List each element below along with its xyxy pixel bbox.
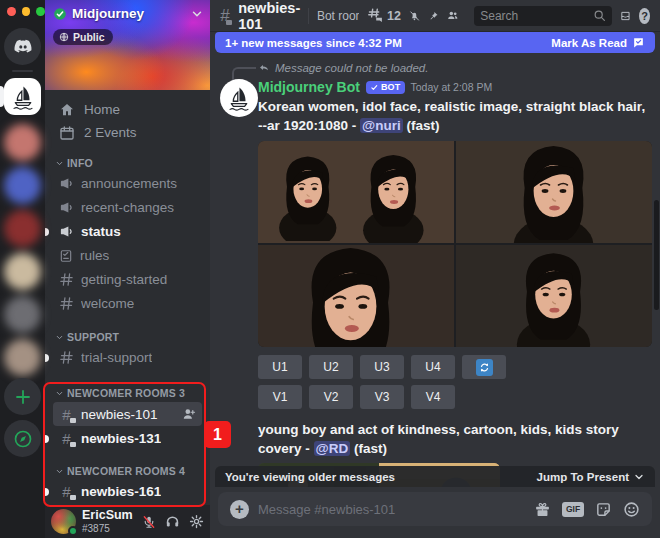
gift-icon[interactable] [534,501,551,518]
channel-newbies-131[interactable]: # newbies-131 [53,427,202,450]
section-header-info[interactable]: INFO [45,154,210,172]
variation-2-button[interactable]: V2 [309,385,353,409]
attach-file-button[interactable]: + [230,500,249,519]
close-button[interactable] [7,7,16,16]
new-messages-text: 1+ new messages since 4:32 PM [225,37,402,49]
reply-reference[interactable]: Message could not be loaded. [258,59,648,76]
grid-image-1[interactable] [258,141,454,243]
server-icon[interactable] [4,296,41,333]
create-invite-icon[interactable] [182,407,196,421]
hash-icon [59,296,74,311]
forum-channel-icon: # [59,431,74,446]
sidebar-item-events[interactable]: 2 Events [53,121,202,144]
channel-name: announcements [81,176,177,191]
section-label: NEWCOMER ROOMS 3 [67,387,185,399]
author-name[interactable]: Midjourney Bot [258,79,360,95]
channel-getting-started[interactable]: getting-started [53,268,202,291]
upscale-4-button[interactable]: U4 [411,355,455,379]
variation-1-button[interactable]: V1 [258,385,302,409]
server-icon[interactable] [4,210,41,247]
sticker-icon[interactable] [595,501,612,518]
rail-divider [12,70,33,72]
server-icon[interactable] [4,167,41,204]
add-server-button[interactable] [4,378,41,415]
channel-recent-changes[interactable]: recent-changes [53,196,202,219]
variation-button-row: V1 V2 V3 V4 [258,385,648,409]
minimize-button[interactable] [22,7,31,16]
pinned-messages-icon[interactable] [428,8,439,24]
unread-indicator [45,435,49,443]
sidebar-item-home[interactable]: Home [53,98,202,121]
reroll-button[interactable] [462,355,506,379]
channel-topic[interactable]: Bot room ... [317,9,359,23]
zoom-button[interactable] [36,7,45,16]
channel-trial-support[interactable]: trial-support [53,346,202,369]
message-input[interactable] [258,502,525,517]
channel-newbies-161[interactable]: # newbies-161 [53,480,202,503]
emoji-icon[interactable] [623,501,640,518]
grid-image-2[interactable] [456,141,652,243]
section-header-newcomer-3[interactable]: NEWCOMER ROOMS 3 [45,384,210,402]
variation-3-button[interactable]: V3 [360,385,404,409]
gif-picker-button[interactable]: GIF [562,502,584,517]
variation-4-button[interactable]: V4 [411,385,455,409]
discord-home-button[interactable] [4,28,41,65]
grid-image-3[interactable] [258,245,454,347]
user-mention[interactable]: @nuri [360,118,403,133]
section-header-support[interactable]: SUPPORT [45,328,210,346]
prompt-body: young boy and act of kindness, cartoon, … [258,422,619,456]
user-identity[interactable]: EricSum #3875 [82,509,133,534]
channel-welcome[interactable]: welcome [53,292,202,315]
threads-button[interactable]: 12 [367,7,401,24]
user-mention[interactable]: @RD [314,441,351,456]
gear-icon[interactable] [189,514,204,529]
bot-avatar[interactable] [220,79,258,117]
search-input[interactable] [480,9,589,23]
avatar[interactable] [51,509,76,534]
explore-servers-button[interactable] [4,420,41,457]
channel-name: status [81,224,121,239]
search-bar[interactable] [474,6,612,26]
user-panel: EricSum #3875 [45,505,210,538]
upscale-3-button[interactable]: U3 [360,355,404,379]
chat-area: # newbies-101 Bot room ... 12 ? 1+ new m… [210,0,660,538]
thread-count: 12 [387,9,401,23]
channel-announcements[interactable]: announcements [53,172,202,195]
channel-name: newbies-161 [81,484,161,499]
server-icon[interactable] [4,339,41,376]
server-icon[interactable] [4,253,41,290]
channel-sidebar: Midjourney Public Home 2 Events INFO [45,0,210,538]
notifications-muted-icon[interactable] [409,8,420,24]
new-messages-banner[interactable]: 1+ new messages since 4:32 PM Mark As Re… [215,32,655,53]
upscale-2-button[interactable]: U2 [309,355,353,379]
server-icon[interactable] [4,124,41,161]
public-badge-label: Public [73,31,105,43]
microphone-muted-icon [142,515,156,529]
annotation-step-badge: 1 [204,421,231,448]
grid-image-4[interactable] [456,245,652,347]
member-list-icon[interactable] [447,7,459,24]
viewing-older-messages-bar[interactable]: You're viewing older messages Jump To Pr… [215,466,655,487]
server-name: Midjourney [72,6,144,21]
headphones-icon[interactable] [165,514,180,529]
jump-to-present-button[interactable]: Jump To Present [537,471,645,483]
section-header-newcomer-4[interactable]: NEWCOMER ROOMS 4 [45,462,210,480]
channel-newbies-101[interactable]: # newbies-101 [53,402,202,426]
mark-as-read-label: Mark As Read [551,37,627,49]
channel-status[interactable]: status [53,220,202,243]
channel-name: welcome [81,296,134,311]
server-header[interactable]: Midjourney [53,6,204,21]
mark-as-read-button[interactable]: Mark As Read [551,36,645,49]
mute-microphone-button[interactable] [142,515,156,529]
help-button[interactable]: ? [639,8,650,24]
message-input-bar[interactable]: + GIF [218,492,652,526]
channel-name: newbies-101 [81,407,158,422]
inbox-icon[interactable] [620,8,631,24]
generated-image-grid[interactable] [258,141,652,347]
channel-rules[interactable]: rules [53,244,202,267]
upscale-1-button[interactable]: U1 [258,355,302,379]
server-banner[interactable]: Midjourney Public [45,0,210,90]
megaphone-icon [59,200,74,215]
midjourney-server-button[interactable] [4,78,41,115]
chat-scrollbar[interactable] [654,200,659,310]
